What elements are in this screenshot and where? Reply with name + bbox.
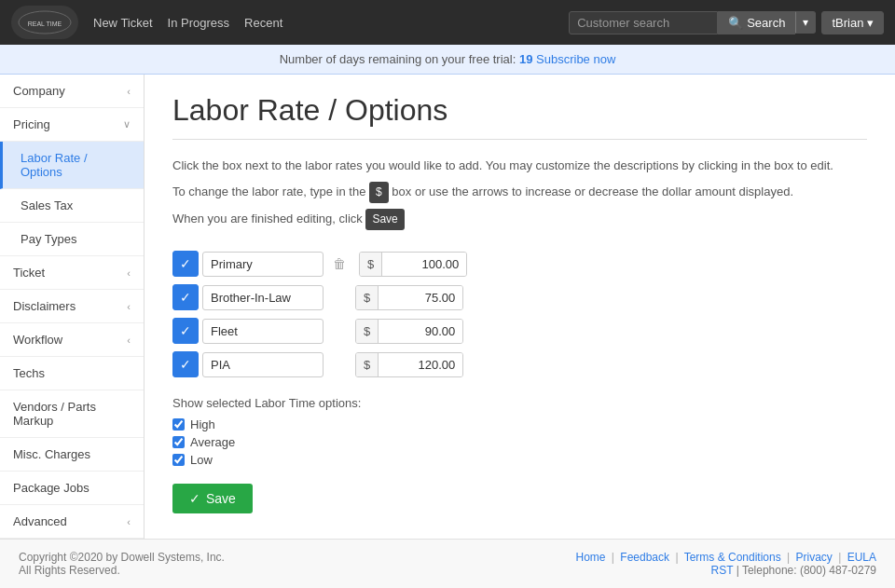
- sidebar-item-techs[interactable]: Techs: [0, 357, 144, 390]
- chevron-right-icon-wf: ‹: [127, 335, 131, 346]
- dollar-group-fleet: $: [355, 319, 463, 344]
- svg-text:REAL TIME: REAL TIME: [28, 21, 62, 27]
- logo[interactable]: REAL TIME: [11, 6, 78, 39]
- page-title: Labor Rate / Options: [172, 93, 867, 140]
- chevron-right-icon: ‹: [127, 86, 131, 97]
- search-dropdown-button[interactable]: ▾: [795, 11, 816, 34]
- trial-days: 19: [519, 52, 532, 66]
- rate-checkbox-bil[interactable]: ✓: [172, 284, 199, 310]
- sidebar-item-disclaimers[interactable]: Disclaimers ‹: [0, 290, 144, 323]
- user-menu-button[interactable]: tBrian ▾: [821, 11, 884, 34]
- search-icon: 🔍: [728, 16, 743, 30]
- sidebar-item-workflow[interactable]: Workflow ‹: [0, 323, 144, 357]
- rate-checkbox-primary[interactable]: ✓: [172, 251, 199, 277]
- save-inline-label: Save: [365, 209, 404, 230]
- sidebar-item-labor-rate[interactable]: Labor Rate / Options: [0, 142, 144, 189]
- table-row: ✓ 🗑 $: [172, 251, 867, 277]
- desc1: Click the box next to the labor rates yo…: [172, 157, 867, 176]
- sidebar: Company ‹ Pricing ∨ Labor Rate / Options…: [0, 75, 145, 539]
- rate-name-input-fleet[interactable]: [202, 319, 324, 344]
- footer-link-home[interactable]: Home: [576, 551, 606, 564]
- delete-icon-primary[interactable]: 🗑: [327, 252, 351, 276]
- rate-checkbox-pia[interactable]: ✓: [172, 351, 199, 377]
- checkbox-low[interactable]: [172, 454, 185, 466]
- sidebar-item-ticket[interactable]: Ticket ‹: [0, 256, 144, 290]
- footer-link-feedback[interactable]: Feedback: [620, 551, 669, 564]
- search-wrapper: 🔍 Search ▾: [569, 11, 816, 34]
- footer-link-terms[interactable]: Terms & Conditions: [684, 551, 781, 564]
- nav-in-progress[interactable]: In Progress: [168, 16, 229, 30]
- checkbox-high[interactable]: [172, 418, 185, 431]
- rate-checkbox-fleet[interactable]: ✓: [172, 318, 199, 344]
- sidebar-item-pricing[interactable]: Pricing ∨: [0, 108, 144, 142]
- rate-value-bil[interactable]: [379, 286, 462, 309]
- search-button[interactable]: 🔍 Search: [718, 11, 795, 34]
- main-content: Labor Rate / Options Click the box next …: [145, 75, 895, 539]
- desc2: To change the labor rate, type in the $ …: [172, 182, 867, 203]
- save-button[interactable]: ✓ Save: [172, 484, 253, 513]
- list-item: High: [172, 417, 867, 431]
- dollar-sign-primary: $: [360, 253, 382, 276]
- rate-value-primary[interactable]: [382, 253, 466, 276]
- sidebar-item-company[interactable]: Company ‹: [0, 75, 144, 108]
- dollar-group-bil: $: [355, 285, 463, 310]
- label-high[interactable]: High: [190, 417, 215, 431]
- navbar-right: 🔍 Search ▾ tBrian ▾: [569, 11, 884, 34]
- label-average[interactable]: Average: [190, 435, 235, 449]
- footer-link-eula[interactable]: EULA: [847, 551, 876, 564]
- label-low[interactable]: Low: [190, 453, 213, 467]
- footer-links: Home | Feedback | Terms & Conditions | P…: [576, 551, 877, 577]
- rate-value-pia[interactable]: [379, 353, 462, 376]
- sidebar-item-misc-charges[interactable]: Misc. Charges: [0, 438, 144, 472]
- checkbox-average[interactable]: [172, 436, 185, 448]
- footer-copyright: Copyright ©2020 by Dowell Systems, Inc. …: [19, 551, 225, 577]
- chevron-right-icon-ticket: ‹: [127, 267, 131, 279]
- search-input[interactable]: [569, 11, 718, 34]
- trial-text: Number of days remaining on your free tr…: [280, 52, 516, 66]
- rate-value-fleet[interactable]: [379, 320, 462, 343]
- chevron-right-icon-adv: ‹: [127, 516, 131, 527]
- checkmark-icon: ✓: [189, 491, 200, 506]
- chevron-down-icon: ∨: [123, 118, 131, 130]
- sidebar-item-pay-types[interactable]: Pay Types: [0, 223, 144, 256]
- desc3: When you are finished editing, click Sav…: [172, 209, 867, 230]
- sidebar-item-sales-tax[interactable]: Sales Tax: [0, 189, 144, 223]
- labor-rates-section: ✓ 🗑 $ ✓ $ ✓: [172, 251, 867, 377]
- rate-name-input-bil[interactable]: [202, 285, 324, 310]
- navbar: REAL TIME New Ticket In Progress Recent …: [0, 0, 895, 45]
- main-layout: Company ‹ Pricing ∨ Labor Rate / Options…: [0, 75, 895, 539]
- table-row: ✓ $: [172, 284, 867, 310]
- sidebar-item-advanced[interactable]: Advanced ‹: [0, 505, 144, 539]
- chevron-right-icon-disc: ‹: [127, 301, 131, 312]
- subscribe-link[interactable]: Subscribe now: [536, 52, 615, 66]
- dollar-sign-bil: $: [356, 286, 379, 309]
- rate-name-input-primary[interactable]: [202, 252, 324, 277]
- nav-new-ticket[interactable]: New Ticket: [93, 16, 153, 30]
- dollar-icon-inline: $: [369, 182, 389, 203]
- footer-links-row: Home | Feedback | Terms & Conditions | P…: [576, 551, 877, 564]
- table-row: ✓ $: [172, 351, 867, 377]
- table-row: ✓ $: [172, 318, 867, 344]
- rate-name-input-pia[interactable]: [202, 352, 324, 377]
- footer-rst-link[interactable]: RST: [711, 564, 734, 577]
- nav-recent[interactable]: Recent: [244, 16, 282, 30]
- dollar-group-pia: $: [355, 352, 463, 377]
- trial-banner: Number of days remaining on your free tr…: [0, 45, 895, 75]
- labor-time-label: Show selected Labor Time options:: [172, 396, 867, 410]
- list-item: Low: [172, 453, 867, 467]
- footer-phone-row: RST | Telephone: (800) 487-0279: [576, 564, 877, 577]
- labor-time-section: Show selected Labor Time options: High A…: [172, 396, 867, 467]
- dollar-group-primary: $: [359, 252, 467, 277]
- navbar-links: New Ticket In Progress Recent: [93, 16, 569, 30]
- dollar-sign-pia: $: [356, 353, 379, 376]
- list-item: Average: [172, 435, 867, 449]
- dollar-sign-fleet: $: [356, 320, 379, 343]
- footer-link-privacy[interactable]: Privacy: [795, 551, 832, 564]
- sidebar-item-package-jobs[interactable]: Package Jobs: [0, 472, 144, 505]
- footer: Copyright ©2020 by Dowell Systems, Inc. …: [0, 539, 895, 588]
- sidebar-item-vendors[interactable]: Vendors / Parts Markup: [0, 390, 144, 438]
